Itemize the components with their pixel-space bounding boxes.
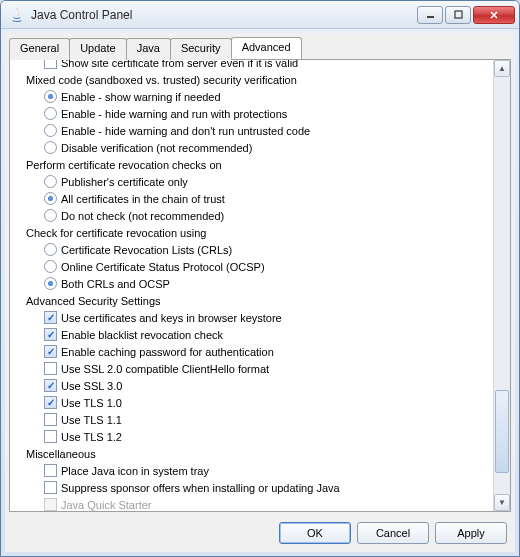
radio-button[interactable] (44, 107, 57, 120)
checkbox[interactable] (44, 379, 57, 392)
tree-item[interactable]: Disable verification (not recommended) (12, 139, 493, 156)
tree-item[interactable]: Place Java icon in system tray (12, 462, 493, 479)
tree-item-label: Use TLS 1.0 (61, 397, 122, 409)
tree-item-label: Do not check (not recommended) (61, 210, 224, 222)
tree-item[interactable]: All certificates in the chain of trust (12, 190, 493, 207)
tree-item-label: Enable - show warning if needed (61, 91, 221, 103)
tree-heading: Advanced Security Settings (12, 292, 493, 309)
tab-general[interactable]: General (9, 38, 70, 60)
tree-item[interactable]: Use certificates and keys in browser key… (12, 309, 493, 326)
radio-button[interactable] (44, 209, 57, 222)
checkbox[interactable] (44, 464, 57, 477)
window-title: Java Control Panel (31, 8, 417, 22)
scroll-up-button[interactable]: ▲ (494, 60, 510, 77)
tree-item-label: Use SSL 3.0 (61, 380, 122, 392)
tree-heading: Miscellaneous (12, 445, 493, 462)
radio-button[interactable] (44, 90, 57, 103)
tree-item[interactable]: Use SSL 2.0 compatible ClientHello forma… (12, 360, 493, 377)
tree-item[interactable]: Enable blacklist revocation check (12, 326, 493, 343)
checkbox (44, 498, 57, 511)
checkbox[interactable] (44, 311, 57, 324)
tree-item-label: Online Certificate Status Protocol (OCSP… (61, 261, 265, 273)
tree-item[interactable]: Use SSL 3.0 (12, 377, 493, 394)
tree-item[interactable]: Certificate Revocation Lists (CRLs) (12, 241, 493, 258)
tab-update[interactable]: Update (69, 38, 126, 60)
minimize-button[interactable] (417, 6, 443, 24)
close-button[interactable] (473, 6, 515, 24)
java-icon (9, 7, 25, 23)
scroll-down-button[interactable]: ▼ (494, 494, 510, 511)
tree-item-label: Disable verification (not recommended) (61, 142, 252, 154)
tree-item-label: Certificate Revocation Lists (CRLs) (61, 244, 232, 256)
vertical-scrollbar[interactable]: ▲ ▼ (493, 60, 510, 511)
radio-button[interactable] (44, 277, 57, 290)
tree-item-label: Show site certificate from server even i… (61, 60, 298, 69)
checkbox[interactable] (44, 396, 57, 409)
radio-button[interactable] (44, 175, 57, 188)
tree-item-label: Use SSL 2.0 compatible ClientHello forma… (61, 363, 269, 375)
tree-item[interactable]: Do not check (not recommended) (12, 207, 493, 224)
tree-item-label: Enable - hide warning and run with prote… (61, 108, 287, 120)
tab-advanced[interactable]: Advanced (231, 37, 302, 59)
scroll-thumb[interactable] (495, 390, 509, 473)
tree-item[interactable]: Publisher's certificate only (12, 173, 493, 190)
tree-item[interactable]: Enable - hide warning and don't run untr… (12, 122, 493, 139)
checkbox[interactable] (44, 430, 57, 443)
checkbox[interactable] (44, 413, 57, 426)
window-frame: Java Control Panel General Update Java S… (0, 0, 520, 557)
radio-button[interactable] (44, 260, 57, 273)
tree-item-label: Java Quick Starter (61, 499, 151, 511)
cancel-button[interactable]: Cancel (357, 522, 429, 544)
checkbox[interactable] (44, 481, 57, 494)
settings-tree: Show site certificate from server even i… (10, 60, 493, 511)
titlebar[interactable]: Java Control Panel (1, 1, 519, 29)
tree-heading: Mixed code (sandboxed vs. trusted) secur… (12, 71, 493, 88)
tree-item[interactable]: Suppress sponsor offers when installing … (12, 479, 493, 496)
maximize-button[interactable] (445, 6, 471, 24)
tree-item-label: Enable - hide warning and don't run untr… (61, 125, 310, 137)
tab-strip: General Update Java Security Advanced (5, 33, 515, 59)
tree-item-label: Use certificates and keys in browser key… (61, 312, 282, 324)
radio-button[interactable] (44, 141, 57, 154)
tree-item[interactable]: Use TLS 1.1 (12, 411, 493, 428)
tree-item[interactable]: Enable caching password for authenticati… (12, 343, 493, 360)
tree-item-label: Enable caching password for authenticati… (61, 346, 274, 358)
tree-item-label: Use TLS 1.1 (61, 414, 122, 426)
tree-item[interactable]: Enable - show warning if needed (12, 88, 493, 105)
apply-button[interactable]: Apply (435, 522, 507, 544)
tree-item-label: Both CRLs and OCSP (61, 278, 170, 290)
tree-heading: Check for certificate revocation using (12, 224, 493, 241)
radio-button[interactable] (44, 192, 57, 205)
dialog-buttons: OK Cancel Apply (5, 516, 515, 552)
radio-button[interactable] (44, 124, 57, 137)
tree-item: Java Quick Starter (12, 496, 493, 511)
tree-item[interactable]: Online Certificate Status Protocol (OCSP… (12, 258, 493, 275)
tree-item-label: Publisher's certificate only (61, 176, 188, 188)
tree-item-label: Place Java icon in system tray (61, 465, 209, 477)
tree-item-label: Suppress sponsor offers when installing … (61, 482, 340, 494)
tab-java[interactable]: Java (126, 38, 171, 60)
checkbox[interactable] (44, 328, 57, 341)
tab-page-advanced: Show site certificate from server even i… (9, 59, 511, 512)
content-area: General Update Java Security Advanced Sh… (5, 33, 515, 552)
tree-item[interactable]: Both CRLs and OCSP (12, 275, 493, 292)
tree-item[interactable]: Use TLS 1.0 (12, 394, 493, 411)
tree-item-label: Enable blacklist revocation check (61, 329, 223, 341)
svg-rect-1 (455, 11, 462, 18)
checkbox[interactable] (44, 345, 57, 358)
tab-security[interactable]: Security (170, 38, 232, 60)
ok-button[interactable]: OK (279, 522, 351, 544)
tree-item[interactable]: Use TLS 1.2 (12, 428, 493, 445)
radio-button[interactable] (44, 243, 57, 256)
tree-heading: Perform certificate revocation checks on (12, 156, 493, 173)
checkbox[interactable] (44, 362, 57, 375)
tree-item-label: All certificates in the chain of trust (61, 193, 225, 205)
svg-rect-0 (427, 16, 434, 18)
tree-item[interactable]: Enable - hide warning and run with prote… (12, 105, 493, 122)
tree-item[interactable]: Show site certificate from server even i… (12, 60, 493, 71)
tree-item-label: Use TLS 1.2 (61, 431, 122, 443)
checkbox[interactable] (44, 60, 57, 69)
scroll-track[interactable] (494, 77, 510, 494)
